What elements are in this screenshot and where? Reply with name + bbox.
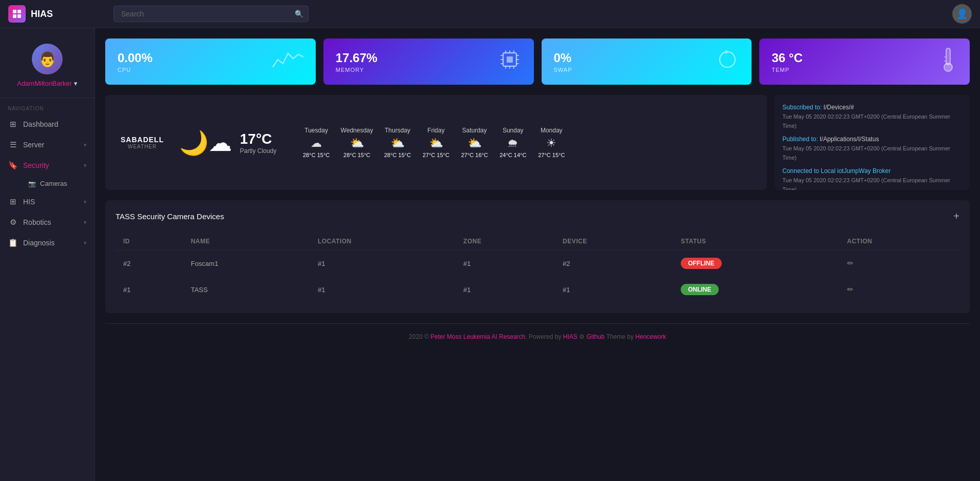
cell-device: #1: [555, 277, 673, 303]
forecast-temps: 24°C 14°C: [499, 152, 527, 158]
stat-card-cpu: 0.00% CPU: [105, 39, 316, 85]
log-label-1: Published to:: [782, 136, 818, 143]
stat-cards: 0.00% CPU 17.67% MEMORY: [105, 39, 970, 85]
forecast-day-name: Monday: [537, 127, 566, 134]
edit-icon[interactable]: ✏: [847, 285, 854, 294]
weather-location-sub: WEATHER: [121, 144, 164, 149]
cell-name: Foscam1: [183, 251, 310, 277]
cell-action: ✏: [839, 251, 959, 277]
weather-forecast: Tuesday ☁ 28°C 15°C Wednesday ⛅ 28°C 15°…: [302, 127, 566, 158]
topbar: HIAS 🔍 👤: [0, 0, 980, 28]
search-icon[interactable]: 🔍: [295, 10, 303, 18]
weather-location-name: SABADELL: [121, 136, 164, 144]
devices-title: TASS Security Camera Devices: [116, 212, 224, 221]
footer-year: 2020: [409, 333, 422, 340]
server-icon: ☰: [8, 140, 18, 149]
stat-card-memory: 17.67% MEMORY: [323, 39, 534, 85]
cell-device: #2: [555, 251, 673, 277]
forecast-day-name: Sunday: [499, 127, 527, 134]
forecast-icon: ☁: [302, 137, 331, 150]
security-arrow: ▾: [84, 162, 87, 169]
svg-rect-3: [17, 14, 21, 18]
devices-panel: TASS Security Camera Devices + ID NAME L…: [105, 200, 970, 313]
sidebar-item-server[interactable]: ☰ Server ▾: [0, 134, 94, 155]
forecast-temps: 27°C 16°C: [460, 152, 489, 158]
edit-icon[interactable]: ✏: [847, 259, 854, 267]
svg-rect-0: [13, 10, 16, 13]
log-time-2: Tue May 05 2020 02:02:23 GMT+0200 (Centr…: [782, 177, 950, 190]
logo-icon: [8, 5, 26, 23]
forecast-sunday: Sunday 🌧 24°C 14°C: [499, 127, 527, 158]
svg-rect-18: [946, 48, 950, 65]
forecast-tuesday: Tuesday ☁ 28°C 15°C: [302, 127, 331, 158]
stat-card-temp: 36 °C TEMP: [759, 39, 970, 85]
forecast-friday: Friday ⛅ 27°C 15°C: [422, 127, 450, 158]
robotics-icon: ⚙: [8, 218, 18, 227]
devices-table: ID NAME LOCATION ZONE DEVICE STATUS ACTI…: [116, 233, 959, 303]
search-input[interactable]: [113, 6, 309, 22]
forecast-icon: ⛅: [460, 137, 489, 150]
footer-copyright: Peter Moss Leukemia AI Research: [431, 333, 526, 340]
sidebar-item-diagnosis[interactable]: 📋 Diagnosis ▾: [0, 233, 94, 253]
add-device-button[interactable]: +: [953, 210, 959, 222]
diagnosis-arrow: ▾: [84, 240, 87, 246]
sidebar-nav-label: NAVIGATION: [0, 98, 94, 114]
forecast-thursday: Thursday ⛅ 28°C 15°C: [383, 127, 412, 158]
sidebar-avatar: 👨: [32, 44, 63, 74]
diagnosis-icon: 📋: [8, 238, 18, 247]
forecast-icon: ⛅: [383, 137, 412, 150]
weather-current-icon: 🌙☁: [179, 129, 232, 157]
weather-current-desc: Partly Cloudy: [240, 147, 276, 155]
sidebar-item-dashboard[interactable]: ⊞ Dashboard: [0, 114, 94, 134]
log-value-1: I/Applications/I/Status: [820, 136, 879, 143]
log-entry-0: Subscribed to: I/Devices/# Tue May 05 20…: [782, 103, 962, 130]
log-label-2: Connected to Local iotJumpWay Broker: [782, 167, 891, 175]
table-row: #2 Foscam1 #1 #1 #2 OFFLINE ✏: [116, 251, 959, 277]
col-device: DEVICE: [555, 233, 673, 251]
cell-action: ✏: [839, 277, 959, 303]
forecast-temps: 27°C 15°C: [422, 152, 450, 158]
cell-zone: #1: [456, 251, 555, 277]
camera-icon: 📷: [28, 180, 36, 187]
forecast-temps: 27°C 15°C: [537, 152, 566, 158]
forecast-icon: ⛅: [422, 137, 450, 150]
sidebar-user-area: 👨 AdamMiltonBarker ▾: [0, 39, 94, 98]
avatar[interactable]: 👤: [952, 4, 972, 24]
sidebar-item-label: Server: [23, 141, 44, 149]
log-label-0: Subscribed to:: [782, 104, 822, 111]
cell-name: TASS: [183, 277, 310, 303]
memory-value: 17.67%: [336, 51, 377, 65]
app-title: HIAS: [31, 9, 53, 20]
forecast-day-name: Saturday: [460, 127, 489, 134]
cell-location: #1: [310, 277, 456, 303]
stat-card-swap: 0% SWAP: [542, 39, 752, 85]
weather-location: SABADELL WEATHER: [121, 136, 164, 149]
sidebar-item-his[interactable]: ⊞ HIS ▾: [0, 191, 94, 212]
col-id: ID: [116, 233, 183, 251]
sidebar-item-security[interactable]: 🔖 Security ▾: [0, 155, 94, 176]
weather-current: 🌙☁ 17°C Partly Cloudy: [179, 129, 276, 157]
table-row: #1 TASS #1 #1 #1 ONLINE ✏: [116, 277, 959, 303]
svg-rect-2: [13, 14, 16, 18]
sidebar-item-cameras[interactable]: 📷 Cameras: [21, 176, 94, 191]
github-icon: ⚙: [579, 333, 585, 340]
cpu-value: 0.00%: [118, 51, 152, 65]
cell-zone: #1: [456, 277, 555, 303]
temp-label: TEMP: [772, 67, 802, 73]
sidebar-item-robotics[interactable]: ⚙ Robotics ▾: [0, 212, 94, 233]
sidebar-item-label: Robotics: [23, 218, 51, 226]
sidebar-sub-security: 📷 Cameras: [0, 176, 94, 191]
search-area: 🔍: [113, 6, 309, 22]
cell-id: #2: [116, 251, 183, 277]
sidebar-sub-label: Cameras: [40, 180, 67, 187]
forecast-day-name: Wednesday: [341, 127, 373, 134]
his-icon: ⊞: [8, 197, 18, 206]
cell-id: #1: [116, 277, 183, 303]
sidebar-item-label: Dashboard: [23, 120, 59, 128]
log-value-0: I/Devices/#: [823, 104, 854, 111]
sidebar-username: AdamMiltonBarker ▾: [8, 80, 87, 87]
swap-icon: [716, 48, 739, 76]
cell-location: #1: [310, 251, 456, 277]
col-location: LOCATION: [310, 233, 456, 251]
temp-icon: [939, 47, 957, 77]
